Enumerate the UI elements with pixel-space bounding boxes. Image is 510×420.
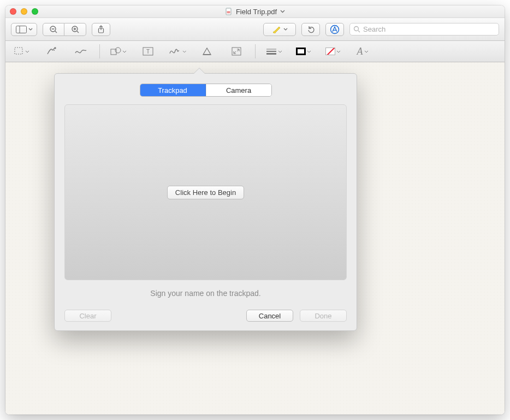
clear-button[interactable]: Clear: [64, 310, 111, 322]
line-style-button[interactable]: [265, 45, 283, 58]
done-button[interactable]: Done: [300, 310, 347, 322]
rotate-button[interactable]: [301, 23, 320, 36]
svg-rect-2: [227, 13, 230, 13]
svg-rect-25: [232, 48, 241, 55]
fill-swatch-icon: [325, 48, 335, 55]
border-color-button[interactable]: [295, 45, 312, 58]
adjust-size-button[interactable]: [228, 45, 245, 58]
svg-line-9: [77, 31, 79, 33]
signature-canvas[interactable]: Click Here to Begin: [64, 104, 347, 280]
search-field[interactable]: Search: [349, 23, 499, 36]
zoom-out-button[interactable]: [43, 23, 64, 36]
traffic-lights: [10, 8, 38, 15]
share-button[interactable]: [92, 23, 110, 36]
window: Field Trip.pdf: [5, 5, 505, 415]
titlebar: Field Trip.pdf: [5, 5, 505, 18]
markup-toggle-button[interactable]: [325, 23, 344, 36]
markup-toolbar: T A: [5, 41, 505, 62]
border-swatch-icon: [296, 48, 306, 55]
svg-point-19: [54, 50, 55, 51]
signature-source-tabs: Trackpad Camera: [64, 84, 347, 97]
svg-rect-0: [226, 8, 231, 15]
document-area: Trackpad Camera Click Here to Begin Sign…: [5, 62, 505, 415]
minimize-window-button[interactable]: [21, 8, 27, 15]
search-placeholder: Search: [363, 25, 386, 33]
signature-popover: Trackpad Camera Click Here to Begin Sign…: [54, 73, 357, 331]
document-icon: [225, 8, 233, 15]
shapes-button[interactable]: [110, 45, 127, 58]
window-title-group: Field Trip.pdf: [5, 8, 505, 16]
annotate-note-button[interactable]: [198, 45, 216, 58]
chevron-down-icon[interactable]: [280, 10, 285, 13]
sidebar-view-button[interactable]: [11, 23, 37, 36]
text-style-icon: A: [357, 46, 363, 57]
cancel-button[interactable]: Cancel: [246, 310, 293, 322]
svg-line-6: [55, 31, 57, 33]
close-window-button[interactable]: [10, 8, 16, 15]
highlight-button[interactable]: [263, 23, 296, 36]
selection-tool-button[interactable]: [13, 45, 31, 58]
signature-instruction: Sign your name on the trackpad.: [64, 289, 347, 298]
main-toolbar: Search: [5, 18, 505, 41]
svg-point-18: [54, 47, 56, 49]
zoom-window-button[interactable]: [32, 8, 38, 15]
window-title: Field Trip.pdf: [236, 8, 277, 16]
svg-rect-3: [16, 26, 26, 33]
search-icon: [353, 26, 360, 33]
toolbar-divider: [99, 44, 100, 58]
toolbar-divider: [255, 44, 256, 58]
fill-color-button[interactable]: [324, 45, 342, 58]
tab-camera[interactable]: Camera: [206, 84, 271, 96]
text-style-button[interactable]: A: [354, 45, 371, 58]
click-to-begin-button[interactable]: Click Here to Begin: [167, 186, 244, 199]
tab-trackpad[interactable]: Trackpad: [140, 84, 206, 96]
svg-point-15: [354, 27, 359, 31]
text-box-button[interactable]: T: [139, 45, 157, 58]
sketch-button[interactable]: [72, 45, 90, 58]
svg-text:T: T: [146, 49, 150, 55]
zoom-in-button[interactable]: [64, 23, 86, 36]
sign-button[interactable]: [169, 45, 186, 58]
svg-rect-1: [227, 11, 230, 12]
instant-alpha-button[interactable]: [43, 45, 60, 58]
svg-rect-17: [15, 48, 22, 54]
svg-line-16: [358, 31, 360, 32]
